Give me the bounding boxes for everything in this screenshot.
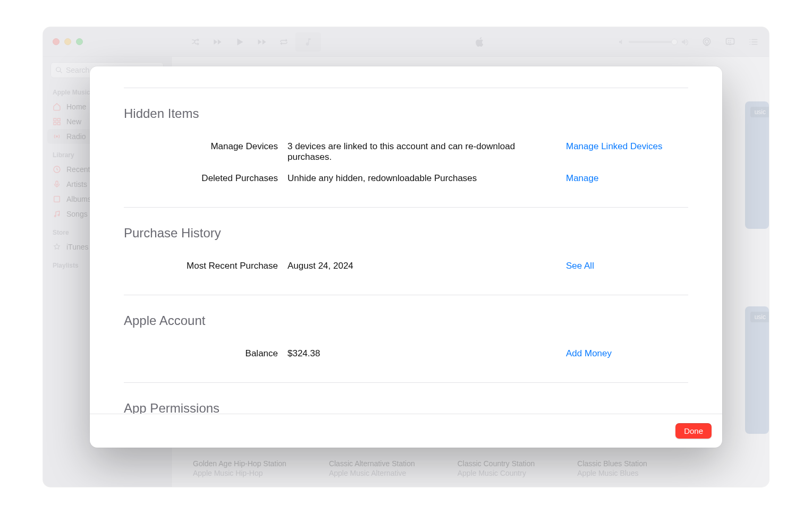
- row-label: Most Recent Purchase: [124, 261, 278, 271]
- section-apple-account: Apple Account Balance $324.38 Add Money: [124, 295, 688, 382]
- row-manage-devices: Manage Devices 3 devices are linked to t…: [124, 136, 688, 168]
- section-title: Apple Account: [124, 313, 688, 328]
- row-value: $324.38: [287, 348, 556, 359]
- row-value: Unhide any hidden, redownloadable Purcha…: [287, 173, 556, 184]
- row-label: Deleted Purchases: [124, 173, 278, 184]
- section-app-permissions: App Permissions: [124, 382, 688, 414]
- see-all-link[interactable]: See All: [566, 261, 594, 271]
- row-label: Balance: [124, 348, 278, 359]
- manage-linked-devices-link[interactable]: Manage Linked Devices: [566, 141, 662, 151]
- manage-link[interactable]: Manage: [566, 173, 598, 183]
- section-title: Hidden Items: [124, 106, 688, 121]
- section-title: App Permissions: [124, 401, 688, 414]
- add-money-link[interactable]: Add Money: [566, 348, 612, 358]
- row-balance: Balance $324.38 Add Money: [124, 343, 688, 364]
- app-window: Search Apple Music Home New Radio Librar…: [43, 27, 769, 487]
- row-most-recent-purchase: Most Recent Purchase August 24, 2024 See…: [124, 255, 688, 277]
- row-value: 3 devices are linked to this account and…: [287, 141, 556, 162]
- row-label: Manage Devices: [124, 141, 278, 162]
- section-title: Purchase History: [124, 226, 688, 241]
- row-deleted-purchases: Deleted Purchases Unhide any hidden, red…: [124, 168, 688, 189]
- modal-body[interactable]: Hidden Items Manage Devices 3 devices ar…: [90, 66, 722, 414]
- done-button[interactable]: Done: [675, 423, 712, 439]
- modal-footer: Done: [90, 414, 722, 448]
- account-modal: Hidden Items Manage Devices 3 devices ar…: [90, 66, 722, 448]
- section-hidden-items: Hidden Items Manage Devices 3 devices ar…: [124, 88, 688, 207]
- section-purchase-history: Purchase History Most Recent Purchase Au…: [124, 207, 688, 295]
- row-value: August 24, 2024: [287, 261, 556, 271]
